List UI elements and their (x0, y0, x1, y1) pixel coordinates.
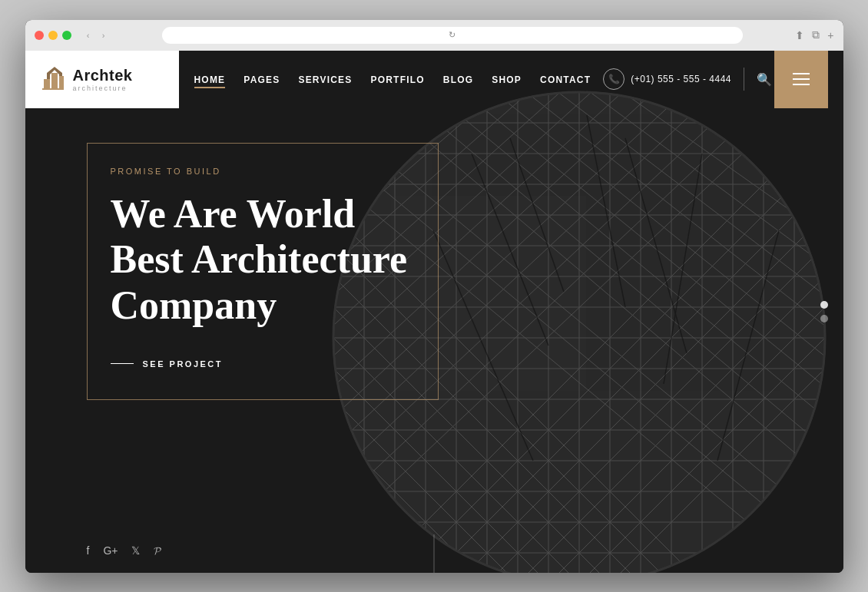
google-plus-icon[interactable]: G+ (103, 544, 118, 557)
browser-window: ‹ › ↻ ⬆ ⧉ + (25, 20, 843, 573)
hero-content: PROMISE TO BUILD We Are World Best Archi… (87, 143, 439, 400)
logo-name: Archtek (73, 67, 133, 84)
pinterest-icon[interactable]: 𝓟 (154, 544, 161, 557)
traffic-lights (35, 31, 71, 40)
social-bar: f G+ 𝕏 𝓟 (87, 544, 161, 557)
button-line-decoration (111, 363, 134, 364)
site-header: Archtek architecture HOME PAGES SERVICES… (25, 51, 843, 108)
logo-subtitle: architecture (73, 84, 133, 92)
phone-number: (+01) 555 - 555 - 4444 (631, 74, 731, 84)
browser-nav-arrows: ‹ › (82, 29, 110, 41)
hero-title: We Are World Best Architecture Company (111, 191, 408, 329)
svg-rect-83 (59, 76, 64, 90)
twitter-icon[interactable]: 𝕏 (131, 544, 140, 557)
hamburger-icon (793, 73, 810, 85)
logo-text: Archtek architecture (73, 67, 133, 92)
nav-portfolio[interactable]: PORTFILO (371, 74, 425, 85)
duplicate-icon[interactable]: ⧉ (812, 28, 820, 41)
nav-links-list: HOME PAGES SERVICES PORTFILO BLOG SHOP C… (194, 72, 591, 86)
phone-icon: 📞 (603, 68, 624, 90)
forward-arrow[interactable]: › (98, 29, 110, 41)
nav-pages[interactable]: PAGES (244, 74, 280, 85)
bottom-scroll-line (434, 534, 435, 573)
hamburger-menu-button[interactable] (774, 51, 828, 108)
svg-rect-82 (51, 73, 58, 90)
svg-rect-84 (42, 88, 64, 90)
address-bar[interactable]: ↻ (162, 27, 744, 44)
website-content: Archtek architecture HOME PAGES SERVICES… (25, 51, 843, 573)
traffic-light-red[interactable] (35, 31, 44, 40)
share-icon[interactable]: ⬆ (795, 29, 804, 41)
browser-actions: ⬆ ⧉ + (795, 28, 833, 41)
nav-shop[interactable]: SHOP (492, 74, 522, 85)
svg-rect-81 (44, 79, 50, 90)
more-icon[interactable]: + (827, 29, 833, 41)
refresh-icon: ↻ (449, 30, 456, 40)
facebook-icon[interactable]: f (87, 544, 90, 557)
nav-services[interactable]: SERVICES (298, 74, 352, 85)
scroll-dots (820, 301, 828, 322)
nav-blog[interactable]: BLOG (443, 74, 473, 85)
scroll-dot-2[interactable] (820, 315, 828, 322)
nav-contact[interactable]: CONTACT (540, 74, 591, 85)
logo-icon (41, 64, 65, 95)
traffic-light-green[interactable] (62, 31, 71, 40)
header-divider (744, 68, 744, 91)
nav-home[interactable]: HOME (194, 74, 226, 88)
browser-chrome: ‹ › ↻ ⬆ ⧉ + (25, 20, 843, 51)
promise-label: PROMISE TO BUILD (111, 167, 408, 176)
search-button[interactable]: 🔍 (757, 72, 772, 87)
see-project-button[interactable]: SEE PROJECT (111, 359, 408, 369)
main-nav: HOME PAGES SERVICES PORTFILO BLOG SHOP C… (179, 51, 843, 108)
back-arrow[interactable]: ‹ (82, 29, 94, 41)
traffic-light-yellow[interactable] (48, 31, 58, 40)
logo-area: Archtek architecture (25, 51, 179, 108)
scroll-dot-1[interactable] (820, 301, 828, 309)
see-project-label: SEE PROJECT (143, 359, 224, 369)
nav-contact-info: 📞 (+01) 555 - 555 - 4444 (603, 68, 731, 90)
promise-box: PROMISE TO BUILD We Are World Best Archi… (87, 143, 439, 400)
